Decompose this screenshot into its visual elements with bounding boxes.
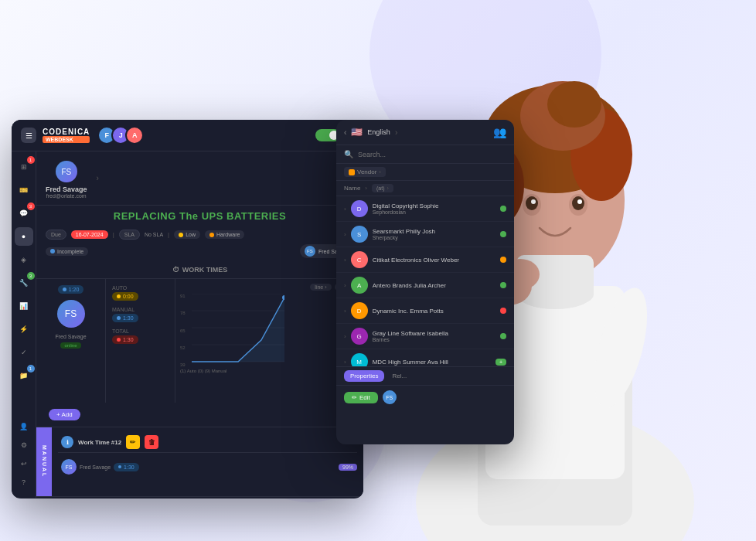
filter-row: Name › (at) ›	[336, 181, 514, 196]
wt-edit-btn[interactable]: ✏	[126, 435, 140, 449]
auto-time-value: 0:00	[112, 292, 169, 301]
contact-company-6: Gray Line Software Isabella	[373, 330, 495, 337]
contact-item-5[interactable]: › D Dynamic Inc. Emma Potts	[336, 298, 514, 324]
contact-info-7: MDC High Summer Ava Hill	[373, 359, 491, 366]
contact-name-6: Barnes	[373, 337, 495, 342]
sidebar-icon-9[interactable]: 📁 1	[15, 366, 33, 385]
chart-svg	[192, 294, 284, 363]
clock-icon: ⏱	[172, 266, 179, 274]
avatar-3[interactable]: A	[125, 126, 144, 145]
search-input[interactable]	[358, 151, 506, 158]
y-label-78: 78	[180, 311, 186, 315]
collapse-icon[interactable]: ›	[97, 174, 99, 182]
back-icon[interactable]: ‹	[344, 128, 346, 137]
due-label: Due	[46, 230, 66, 240]
auto-time-entry: AUTO 0:00	[112, 285, 169, 301]
wt-duration: 1:30	[114, 463, 139, 471]
manual-time-value: 1:30	[112, 314, 169, 322]
auto-label: AUTO	[112, 285, 169, 291]
auto-pill: 0:00	[112, 292, 138, 301]
svg-point-13	[531, 199, 536, 204]
total-dot	[117, 338, 121, 342]
contact-item-1[interactable]: › D Digital Copyright Sophie Sephordosia…	[336, 196, 514, 222]
contact-company-5: Dynamic Inc. Emma Potts	[373, 308, 495, 315]
contact-item-3[interactable]: › C Citikat Electronics Oliver Weber	[336, 247, 514, 273]
sidebar-bottom: 👤 ⚙ ↩ ?	[15, 417, 33, 492]
contact-arrow-2: ›	[344, 231, 346, 238]
vendor-bar: Vendor ‹	[336, 164, 514, 181]
main-content: FS Fred Savage fred@orlate.com › REPLACI…	[36, 151, 363, 498]
wt-delete-btn[interactable]: 🗑	[145, 435, 158, 449]
user-info: FS Fred Savage fred@orlate.com	[46, 158, 87, 199]
contact-info-4: Antero Brands Julia Archer	[373, 282, 495, 289]
status-label: Incomplete	[57, 249, 83, 254]
badge-chat: 3	[27, 202, 35, 210]
tab-relations[interactable]: Rel...	[386, 370, 413, 382]
filter-chip-at[interactable]: (at) ›	[372, 184, 393, 192]
contact-info-2: Searsmarkt Philly Josh Sherpacky	[373, 228, 495, 240]
sidebar-icon-7[interactable]: ⚡	[15, 320, 33, 339]
sidebar-icon-chat[interactable]: 💬 3	[15, 204, 33, 223]
auto-dot	[117, 294, 121, 298]
user-avatar-large: FS	[57, 300, 85, 328]
contact-item-2[interactable]: › S Searsmarkt Philly Josh Sherpacky	[336, 222, 514, 247]
add-button[interactable]: + Add	[49, 409, 80, 420]
brand-name: CODENICA	[43, 128, 90, 136]
vendor-label: Vendor	[357, 168, 376, 175]
contact-tag-7: +	[495, 359, 506, 366]
user-avatar: FS	[56, 161, 77, 182]
badge-home: 1	[27, 156, 35, 164]
user-small-avatar: FS	[383, 390, 397, 404]
bottom-bar: ✏ Edit FS	[336, 385, 514, 409]
wt-badge: 99%	[339, 464, 357, 471]
menu-icon[interactable]: ☰	[21, 128, 36, 143]
wt-icon: ℹ	[61, 436, 73, 448]
user-email: fred@orlate.com	[46, 193, 87, 199]
tab-properties[interactable]: Properties	[344, 370, 384, 382]
app-header: ☰ CODENICA WEBDESK F J A ✏	[12, 120, 363, 151]
badge-files: 1	[27, 365, 35, 373]
brand-logo: CODENICA WEBDESK	[43, 128, 90, 143]
contact-info-1: Digital Copyright Sophie Sephordosian	[373, 202, 495, 215]
sidebar-icon-tickets[interactable]: 🎫	[15, 181, 33, 199]
sidebar-icon-home[interactable]: ⊞ 1	[15, 158, 33, 176]
work-times-section-title: ⏱ WORK TIMES	[36, 261, 363, 279]
sidebar-icon-6[interactable]: 📊	[15, 297, 33, 315]
sidebar-icon-help[interactable]: ?	[15, 473, 33, 492]
contact-item-6[interactable]: › G Gray Line Software Isabella Barnes	[336, 324, 514, 349]
work-times-label: WORK TIMES	[182, 266, 228, 274]
sidebar-icon-logout[interactable]: ↩	[15, 454, 33, 473]
search-bar: 🔍	[336, 145, 514, 164]
chart-line-btn[interactable]: line ›	[310, 284, 331, 291]
sidebar-icon-users[interactable]: 👤	[15, 417, 33, 436]
sidebar-icon-active[interactable]: ●	[15, 227, 33, 246]
panel-header: ‹ 🇺🇸 English › 👥	[336, 120, 514, 145]
chevron-right-icon: ›	[395, 128, 397, 137]
add-button-area: + Add	[36, 403, 363, 427]
contact-status-5	[500, 308, 506, 314]
contact-company-4: Antero Brands Julia Archer	[373, 282, 495, 289]
wt-duration-dot	[118, 465, 121, 468]
edit-button[interactable]: ✏ Edit	[344, 392, 378, 403]
user-time-value: 1:20	[58, 285, 84, 294]
priority-label: Low	[186, 232, 196, 237]
contact-item-4[interactable]: › A Antero Brands Julia Archer	[336, 273, 514, 298]
search-icon: 🔍	[344, 150, 353, 158]
edit-icon: ✏	[352, 394, 357, 401]
work-time-row: ℹ Work Time #12 ✏ 🗑	[58, 432, 357, 453]
panel-users-icon[interactable]: 👥	[493, 126, 506, 138]
contact-item-7[interactable]: › M MDC High Summer Ava Hill +	[336, 349, 514, 366]
separator-1: |	[113, 231, 114, 238]
sidebar-icon-5[interactable]: 🔧 3	[15, 274, 33, 292]
assigned-avatar: FS	[305, 246, 315, 257]
vendor-badge[interactable]: Vendor ‹	[344, 167, 386, 177]
contact-arrow-3: ›	[344, 257, 346, 264]
sidebar-icon-8[interactable]: ✓	[15, 343, 33, 362]
sidebar-icon-settings[interactable]: ⚙	[15, 436, 33, 454]
category-label: Hardware	[216, 232, 240, 237]
status-badge: Incomplete	[46, 247, 88, 256]
manual-tab[interactable]: MANUAL	[36, 427, 52, 496]
sidebar-icon-4[interactable]: ◈	[15, 250, 33, 269]
chart-area: line › Type › 91 78 65 52 39	[175, 279, 363, 403]
contact-company-1: Digital Copyright Sophie	[373, 202, 495, 209]
